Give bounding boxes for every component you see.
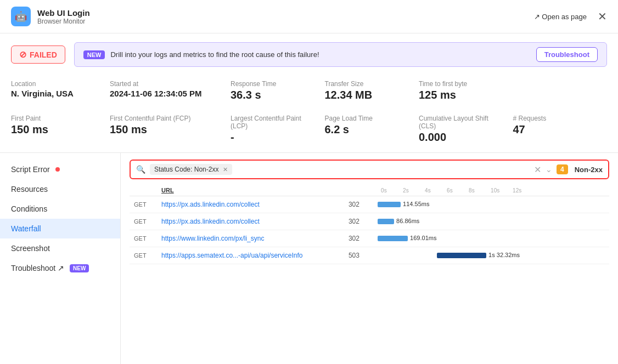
url-cell[interactable]: https://px.ads.linkedin.com/collect [157, 196, 344, 213]
response-time-value: 36.3 s [231, 89, 316, 101]
location-value: N. Virginia, USA [11, 89, 101, 98]
sidebar-item-script-error[interactable]: Script Error [0, 160, 120, 179]
lcp-value: - [231, 131, 316, 144]
error-dot-icon [55, 167, 60, 172]
ttfb-value: 125 ms [419, 89, 504, 101]
failed-badge: ⊘ FAILED [11, 46, 65, 64]
method-cell: GET [130, 230, 157, 247]
fcp-label: First Contentful Paint (FCP) [110, 115, 222, 122]
location-label: Location [11, 80, 101, 88]
tl-6s: 6s [447, 187, 469, 194]
cls-metric: Cumulative Layout Shift (CLS) 0.000 [419, 112, 513, 146]
method-cell: GET [130, 213, 157, 230]
first-paint-metric: First Paint 150 ms [11, 112, 110, 146]
sidebar-item-troubleshoot[interactable]: Troubleshoot ↗ NEW [0, 258, 120, 278]
header: 🤖 Web UI Login Browser Monitor ↗ Open as… [0, 0, 618, 33]
url-cell[interactable]: https://www.linkedin.com/px/li_sync [157, 230, 344, 247]
sidebar-label-script-error: Script Error [11, 165, 50, 174]
url-cell[interactable]: https://apps.sematext.co...-api/ua/api/s… [157, 247, 344, 264]
close-button[interactable]: ✕ [598, 10, 607, 23]
requests-metric: # Requests 47 [513, 112, 608, 146]
failed-icon: ⊘ [19, 49, 26, 60]
filter-bar: 🔍 Status Code: Non-2xx ✕ ✕ ⌄ 4 Non-2xx [130, 160, 609, 179]
plt-metric: Page Load Time 6.2 s [325, 112, 419, 146]
troubleshoot-button[interactable]: Troubleshoot [536, 47, 598, 62]
sidebar-label-conditions: Conditions [11, 204, 47, 213]
metrics-row1: Location N. Virginia, USA Started at 202… [11, 78, 607, 104]
ttfb-label: Time to first byte [419, 80, 504, 88]
metrics-row2: First Paint 150 ms First Contentful Pain… [11, 112, 607, 146]
time-label: 1s 32.32ms [488, 252, 520, 258]
location-metric: Location N. Virginia, USA [11, 78, 110, 104]
transfer-size-metric: Transfer Size 12.34 MB [325, 78, 419, 104]
time-label: 114.55ms [403, 201, 429, 207]
filter-count-badge: 4 [557, 164, 568, 174]
response-time-metric: Response Time 36.3 s [231, 78, 325, 104]
started-label: Started at [110, 80, 222, 88]
robot-icon: 🤖 [11, 7, 31, 26]
lcp-label: Largest Contentful Paint (LCP) [231, 115, 316, 130]
sidebar-new-badge: NEW [70, 264, 89, 272]
transfer-size-value: 12.34 MB [325, 89, 411, 101]
cls-value: 0.000 [419, 131, 504, 144]
status-cell: 302 [344, 196, 372, 213]
right-panel: 🔍 Status Code: Non-2xx ✕ ✕ ⌄ 4 Non-2xx U… [121, 153, 618, 364]
tl-2s: 2s [403, 187, 425, 194]
timeline-col-header: 0s 2s 4s 6s 8s 10s 12s [372, 185, 609, 196]
timeline-cell: 86.86ms [372, 213, 609, 230]
transfer-size-label: Transfer Size [325, 80, 411, 88]
sidebar-label-screenshot: Screenshot [11, 244, 50, 253]
status-cell: 302 [344, 230, 372, 247]
sidebar: Script Error Resources Conditions Waterf… [0, 153, 121, 364]
tl-0s: 0s [381, 187, 403, 194]
sidebar-item-waterfall[interactable]: Waterfall [0, 219, 120, 238]
header-left: 🤖 Web UI Login Browser Monitor [11, 7, 90, 26]
url-col-header: URL [157, 185, 344, 196]
status-col-header [344, 185, 372, 196]
response-time-label: Response Time [231, 80, 316, 88]
time-label: 169.01ms [410, 235, 436, 241]
filter-clear-icon[interactable]: ✕ [534, 164, 541, 175]
filter-chevron-icon[interactable]: ⌄ [546, 165, 552, 174]
ttfb-metric: Time to first byte 125 ms [419, 78, 513, 104]
sidebar-item-screenshot[interactable]: Screenshot [0, 238, 120, 258]
filter-tag-remove[interactable]: ✕ [223, 166, 228, 173]
requests-value: 47 [513, 123, 599, 136]
started-metric: Started at 2024-11-06 12:34:05 PM [110, 78, 231, 104]
filter-count-label: Non-2xx [575, 166, 603, 174]
method-cell: GET [130, 196, 157, 213]
sidebar-item-conditions[interactable]: Conditions [0, 199, 120, 219]
banner-text: Drill into your logs and metrics to find… [110, 50, 530, 59]
tl-4s: 4s [425, 187, 447, 194]
time-label: 86.86ms [396, 218, 419, 224]
method-cell: GET [130, 247, 157, 264]
cls-label: Cumulative Layout Shift (CLS) [419, 115, 504, 130]
lcp-metric: Largest Contentful Paint (LCP) - [231, 112, 325, 146]
first-paint-label: First Paint [11, 115, 101, 122]
tl-8s: 8s [469, 187, 491, 194]
header-info: Web UI Login Browser Monitor [37, 8, 90, 25]
started-value: 2024-11-06 12:34:05 PM [110, 89, 222, 98]
header-right: ↗ Open as page ✕ [534, 10, 607, 23]
app-title: Web UI Login [37, 8, 90, 18]
spacer-metric [513, 78, 608, 104]
sidebar-label-waterfall: Waterfall [11, 224, 41, 233]
open-as-page-link[interactable]: ↗ Open as page [534, 13, 587, 21]
status-cell: 302 [344, 213, 372, 230]
timeline-cell: 1s 32.32ms [372, 247, 609, 264]
sidebar-item-resources[interactable]: Resources [0, 179, 120, 199]
url-cell[interactable]: https://px.ads.linkedin.com/collect [157, 213, 344, 230]
table-row: GET https://www.linkedin.com/px/li_sync … [130, 230, 609, 247]
fcp-value: 150 ms [110, 123, 222, 136]
table-row: GET https://apps.sematext.co...-api/ua/a… [130, 247, 609, 264]
app-subtitle: Browser Monitor [37, 18, 90, 25]
search-icon: 🔍 [136, 165, 145, 174]
filter-tag: Status Code: Non-2xx ✕ [150, 164, 232, 175]
new-banner: NEW Drill into your logs and metrics to … [74, 42, 607, 67]
plt-value: 6.2 s [325, 123, 411, 136]
status-cell: 503 [344, 247, 372, 264]
plt-label: Page Load Time [325, 115, 411, 122]
requests-label: # Requests [513, 115, 599, 122]
timeline-cell: 169.01ms [372, 230, 609, 247]
url-column-header [130, 185, 157, 196]
